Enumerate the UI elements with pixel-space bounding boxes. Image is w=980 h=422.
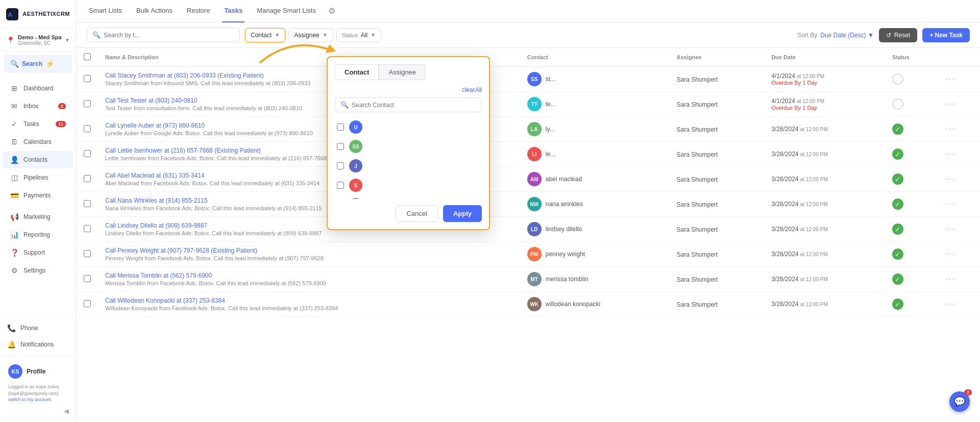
search-label: Search — [22, 60, 42, 67]
task-name[interactable]: Call Willodean Konopacki at (337) 253-83… — [105, 297, 513, 304]
popup-tab-contact[interactable]: Contact — [335, 64, 379, 80]
nav-tasks[interactable]: Tasks — [222, 0, 244, 22]
row-actions-button[interactable]: ··· — [946, 100, 955, 108]
task-name[interactable]: Call Penney Weight at (907) 797-9628 (Ex… — [105, 247, 513, 254]
switch-account-link[interactable]: switch to my account — [8, 397, 51, 402]
sidebar-item-marketing[interactable]: 📢 Marketing — [3, 208, 73, 226]
row-actions-button[interactable]: ··· — [946, 125, 955, 133]
status-check[interactable]: ✓ — [892, 173, 903, 185]
row-checkbox[interactable] — [84, 250, 91, 257]
row-actions-button[interactable]: ··· — [946, 275, 955, 283]
row-actions-button[interactable]: ··· — [946, 300, 955, 308]
table-row: Call Merissa Tomblin at (562) 579-6900 M… — [77, 267, 980, 292]
sidebar-item-payments[interactable]: 💳 Payments — [3, 187, 73, 204]
row-checkbox[interactable] — [84, 100, 91, 107]
sidebar-item-calendars[interactable]: 🗓 Calendars — [3, 133, 73, 151]
popup-list-item[interactable]: U — [335, 117, 482, 137]
phone-row[interactable]: 📞 Phone — [0, 320, 76, 336]
status-check[interactable]: ✓ — [892, 148, 903, 160]
table-row: Call Lettie Isenhower at (216) 657-7668 … — [77, 142, 980, 167]
popup-clear-all[interactable]: clearAll — [335, 86, 482, 93]
sidebar-item-label: Inbox — [23, 103, 53, 110]
chat-support-button[interactable]: 💬 2 — [949, 391, 970, 412]
profile-name: Profile — [27, 368, 45, 375]
row-actions-button[interactable]: ··· — [946, 150, 955, 158]
profile-row[interactable]: KS Profile — [5, 361, 71, 382]
popup-cancel-button[interactable]: Cancel — [396, 205, 437, 222]
row-actions-button[interactable]: ··· — [946, 250, 955, 258]
row-actions-button[interactable]: ··· — [946, 175, 955, 183]
row-checkbox[interactable] — [84, 150, 91, 157]
nav-restore[interactable]: Restore — [185, 0, 212, 22]
popup-item-checkbox[interactable] — [337, 182, 344, 189]
location-selector[interactable]: 📍 Demo - Med Spa Greenville, SC ▼ — [0, 29, 76, 52]
status-check[interactable]: ✓ — [892, 274, 903, 285]
settings-gear-icon[interactable]: ⚙ — [328, 6, 335, 16]
due-date-main: 3/28/2024 at 12:00 PM — [771, 251, 878, 258]
status-check[interactable]: ✓ — [892, 198, 903, 210]
popup-list-item[interactable]: GG — [335, 195, 482, 199]
search-icon: 🔍 — [92, 31, 101, 39]
popup-item-checkbox[interactable] — [337, 162, 344, 169]
row-checkbox[interactable] — [84, 125, 91, 132]
row-actions-button[interactable]: ··· — [946, 200, 955, 208]
sidebar-item-settings[interactable]: ⚙ Settings — [3, 262, 73, 279]
sidebar-item-support[interactable]: ❓ Support — [3, 244, 73, 261]
select-all-checkbox[interactable] — [84, 53, 91, 60]
popup-apply-button[interactable]: Apply — [443, 205, 482, 222]
row-checkbox[interactable] — [84, 300, 91, 307]
popup-item-checkbox[interactable] — [337, 143, 344, 150]
settings-icon: ⚙ — [10, 266, 18, 275]
popup-search-input[interactable] — [352, 102, 476, 109]
row-checkbox[interactable] — [84, 275, 91, 282]
status-check[interactable]: ✓ — [892, 249, 903, 260]
sort-by-value[interactable]: Due Date (Desc) ▼ — [820, 32, 874, 39]
sort-by-area: Sort By Due Date (Desc) ▼ — [797, 32, 874, 39]
row-actions-button[interactable]: ··· — [946, 225, 955, 233]
sidebar-item-tasks[interactable]: ✓ Tasks 11 — [3, 115, 73, 133]
status-check[interactable]: ✓ — [892, 123, 903, 135]
notifications-row[interactable]: 🔔 Notifications — [0, 336, 76, 353]
status-check[interactable] — [892, 73, 903, 85]
contact-filter-dropdown[interactable]: Contact ▼ — [245, 28, 285, 42]
assignee-filter-dropdown[interactable]: Assignee ▼ — [288, 28, 333, 42]
popup-item-checkbox[interactable] — [337, 123, 344, 131]
popup-list-item[interactable]: S — [335, 176, 482, 195]
sidebar-search[interactable]: 🔍 Search ⚡ — [4, 55, 72, 73]
popup-list-item[interactable]: SS — [335, 137, 482, 156]
status-filter-chevron-icon: ▼ — [371, 32, 376, 38]
popup-tab-assignee[interactable]: Assignee — [379, 64, 425, 80]
new-task-button[interactable]: + New Task — [922, 28, 970, 42]
task-name[interactable]: Call Merissa Tomblin at (562) 579-6900 — [105, 272, 513, 279]
popup-search-box[interactable]: 🔍 — [335, 97, 482, 112]
sidebar-item-dashboard[interactable]: ⊞ Dashboard — [3, 80, 73, 97]
sidebar-item-label: Support — [23, 249, 66, 256]
due-date-main: 3/28/2024 at 12:00 PM — [771, 226, 878, 233]
status-filter-dropdown[interactable]: Status All ▼ — [336, 28, 381, 42]
sidebar-item-inbox[interactable]: ✉ Inbox 2 — [3, 97, 73, 115]
popup-list-item[interactable]: J — [335, 156, 482, 176]
sidebar-item-reporting[interactable]: 📊 Reporting — [3, 226, 73, 243]
status-check[interactable] — [892, 98, 903, 110]
task-search-input[interactable] — [104, 32, 234, 39]
status-check[interactable]: ✓ — [892, 299, 903, 310]
nav-smart-lists[interactable]: Smart Lists — [87, 0, 124, 22]
task-search-box[interactable]: 🔍 — [87, 28, 240, 42]
sidebar-item-pipelines[interactable]: ◫ Pipelines — [3, 169, 73, 186]
svg-text:A: A — [8, 11, 12, 18]
sidebar-item-label: Payments — [23, 192, 66, 199]
row-actions-button[interactable]: ··· — [946, 75, 955, 83]
collapse-sidebar-button[interactable]: ◀ — [5, 405, 71, 417]
row-checkbox[interactable] — [84, 175, 91, 182]
sidebar-item-contacts[interactable]: 👤 Contacts — [3, 151, 73, 168]
toolbar: 🔍 Contact ▼ Assignee ▼ Status All ▼ S — [77, 22, 980, 48]
row-checkbox[interactable] — [84, 200, 91, 207]
reset-button[interactable]: ↺ Reset — [879, 28, 917, 42]
row-checkbox[interactable] — [84, 75, 91, 82]
bolt-icon: ⚡ — [45, 60, 54, 68]
status-check[interactable]: ✓ — [892, 224, 903, 235]
row-checkbox[interactable] — [84, 225, 91, 232]
nav-manage-smart-lists[interactable]: Manage Smart Lists — [255, 0, 318, 22]
nav-bulk-actions[interactable]: Bulk Actions — [134, 0, 175, 22]
chat-badge: 2 — [964, 389, 972, 395]
